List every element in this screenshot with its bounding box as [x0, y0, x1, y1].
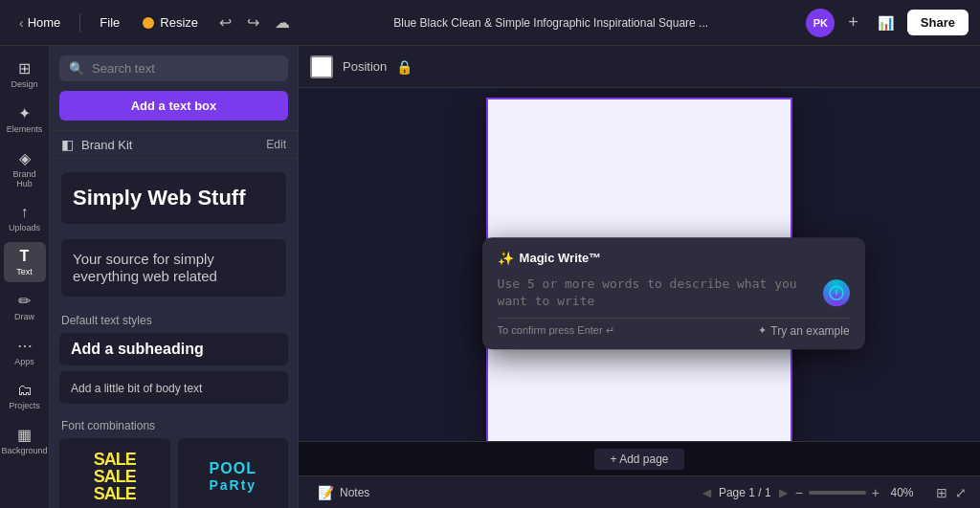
search-input-wrap: 🔍 [59, 55, 288, 81]
undo-redo-actions: ↩ ↪ ☁ [213, 10, 296, 35]
sidebar-item-projects[interactable]: 🗂 Projects [4, 376, 46, 416]
text-icon: T [20, 248, 30, 265]
sidebar-item-design[interactable]: ⊞ Design [4, 54, 46, 95]
add-page-button[interactable]: + Add page [594, 449, 683, 470]
background-icon: ▦ [17, 426, 32, 444]
apps-label: Apps [14, 357, 34, 366]
share-button[interactable]: Share [907, 10, 969, 35]
search-icon: 🔍 [69, 61, 84, 76]
heading-style-button[interactable]: Simply Web Stuff [61, 172, 286, 224]
home-label: Home [28, 15, 61, 30]
file-menu[interactable]: File [92, 11, 127, 33]
magic-write-logo[interactable] [823, 279, 850, 306]
font-combinations-label: Font combinations [50, 409, 298, 438]
notes-button[interactable]: 📝 Notes [310, 482, 377, 503]
party-line: PaRty [209, 477, 256, 493]
position-label[interactable]: Position [343, 59, 387, 74]
brand-hub-icon: ◈ [19, 149, 31, 167]
undo-button[interactable]: ↩ [213, 10, 237, 35]
magic-write-title: Magic Write™ [520, 251, 602, 265]
brand-kit-left: ◧ Brand Kit [61, 137, 132, 152]
magic-input-row [498, 276, 850, 310]
font-combo-sale[interactable]: SALE SALE SALE [59, 438, 170, 508]
sale-text-combo: SALE SALE SALE [94, 451, 136, 502]
brand-kit-edit-button[interactable]: Edit [266, 138, 286, 151]
zoom-out-button[interactable]: − [795, 485, 803, 500]
design-icon: ⊞ [18, 59, 31, 77]
magic-footer: To confirm press Enter ↵ ✦ Try an exampl… [498, 324, 850, 338]
sidebar-item-draw[interactable]: ✏ Draw [4, 286, 46, 327]
scroll-left-icon[interactable]: ◀ [702, 486, 711, 499]
sale-line-3: SALE [94, 485, 136, 502]
redo-button[interactable]: ↪ [241, 10, 265, 35]
notes-icon: 📝 [318, 485, 334, 500]
sidebar-item-brand-hub[interactable]: ◈ Brand Hub [4, 144, 46, 194]
font-combo-pool-party[interactable]: POOL PaRty [178, 438, 289, 508]
add-page-bar: + Add page [299, 441, 980, 475]
default-styles-label: Default text styles [50, 304, 298, 333]
grid-view-button[interactable]: ⊞ [934, 483, 949, 502]
heading-text: Simply Web Stuff [73, 186, 246, 210]
brand-kit-icon: ◧ [61, 137, 74, 152]
analytics-button[interactable]: 📊 [872, 11, 900, 34]
color-swatch[interactable] [310, 55, 333, 78]
projects-label: Projects [9, 401, 40, 410]
user-avatar[interactable]: PK [806, 9, 835, 37]
elements-label: Elements [7, 124, 43, 134]
brand-kit-label: Brand Kit [81, 138, 132, 152]
document-title: Blue Black Clean & Simple Infographic In… [303, 16, 798, 30]
search-input[interactable] [92, 61, 278, 76]
add-subheading-button[interactable]: Add a subheading [59, 333, 288, 365]
draw-icon: ✏ [18, 292, 31, 310]
uploads-label: Uploads [9, 223, 40, 232]
pool-party-text-combo: POOL PaRty [209, 460, 256, 493]
magic-write-input[interactable] [498, 276, 815, 310]
projects-icon: 🗂 [17, 382, 33, 399]
resize-button[interactable]: Resize [135, 11, 206, 33]
scroll-right-icon[interactable]: ▶ [779, 486, 788, 499]
fullscreen-button[interactable]: ⤢ [953, 483, 969, 502]
zoom-slider[interactable] [809, 491, 866, 495]
main-layout: ⊞ Design ✦ Elements ◈ Brand Hub ↑ Upload… [0, 46, 980, 508]
draw-label: Draw [14, 312, 34, 321]
bottom-bar: 📝 Notes ◀ Page 1 / 1 ▶ − + 40% ⊞ ⤢ [299, 475, 980, 508]
pool-line: POOL [209, 460, 256, 477]
icon-rail: ⊞ Design ✦ Elements ◈ Brand Hub ↑ Upload… [0, 46, 50, 508]
home-button[interactable]: ‹ Home [11, 11, 68, 34]
magic-divider [498, 318, 850, 319]
canvas-viewport[interactable]: 🔒 ⧉ ↗ ↺ ✨ Magic Write™ [299, 88, 980, 441]
topnav-right-section: PK + 📊 Share [806, 9, 969, 37]
background-label: Background [1, 446, 47, 455]
add-collaborator-button[interactable]: + [842, 11, 864, 34]
brand-kit-row: ◧ Brand Kit Edit [50, 130, 298, 159]
magic-wand-icon: ✨ [498, 251, 514, 266]
zoom-controls: − + 40% [795, 485, 919, 500]
try-example-button[interactable]: ✦ Try an example [758, 324, 849, 338]
sidebar-item-apps[interactable]: ⋯ Apps [4, 331, 46, 372]
cloud-save-button[interactable]: ☁ [269, 10, 296, 35]
zoom-in-button[interactable]: + [872, 485, 880, 500]
add-body-button[interactable]: Add a little bit of body text [59, 371, 288, 404]
uploads-icon: ↑ [21, 204, 29, 221]
text-panel: 🔍 Add a text box ◧ Brand Kit Edit Simply… [50, 46, 299, 508]
add-subheading-text: Add a subheading [71, 341, 204, 357]
magic-write-popup: ✨ Magic Write™ To confirm press Enter ↵ [482, 237, 865, 349]
lock-icon[interactable]: 🔒 [396, 59, 412, 75]
chevron-left-icon: ‹ [19, 15, 24, 31]
sidebar-item-text[interactable]: T Text [4, 242, 46, 282]
sidebar-item-uploads[interactable]: ↑ Uploads [4, 198, 46, 238]
resize-dot-icon [143, 17, 154, 29]
subheading-style-section: Your source for simply everything web re… [50, 232, 298, 304]
view-buttons: ⊞ ⤢ [934, 483, 969, 502]
try-example-label: Try an example [770, 324, 849, 338]
magic-confirm-text: To confirm press Enter ↵ [498, 325, 614, 338]
add-body-text: Add a little bit of body text [71, 382, 202, 395]
sidebar-item-background[interactable]: ▦ Background [4, 420, 46, 461]
text-label: Text [16, 267, 33, 276]
canvas-toolbar: Position 🔒 [299, 46, 980, 88]
sidebar-item-elements[interactable]: ✦ Elements [4, 99, 46, 140]
add-textbox-button[interactable]: Add a text box [59, 91, 288, 121]
subheading-style-button[interactable]: Your source for simply everything web re… [61, 239, 286, 297]
brand-hub-label: Brand Hub [8, 169, 42, 188]
font-combinations: SALE SALE SALE POOL PaRty [50, 438, 298, 508]
